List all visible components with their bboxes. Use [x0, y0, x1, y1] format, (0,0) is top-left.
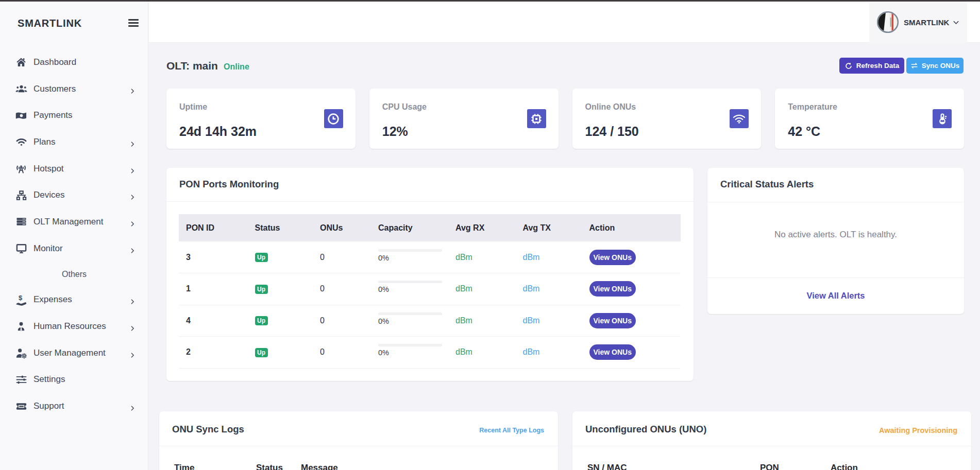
svg-text:$: $	[18, 294, 22, 302]
